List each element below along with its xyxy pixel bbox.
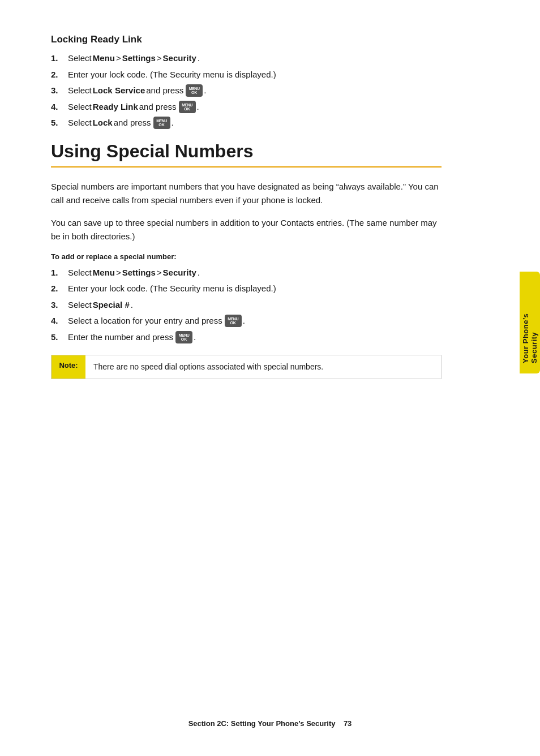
special-step-5: 5. Enter the number and press MENUOK. [51,331,442,344]
special-step-2: 2. Enter your lock code. (The Security m… [51,282,442,295]
step-text: Select Ready Link and press MENUOK. [68,101,442,114]
step-number: 3. [51,84,68,97]
note-label: Note: [52,355,85,379]
step-number: 4. [51,101,68,114]
locking-heading: Locking Ready Link [51,34,442,45]
step-text: Select Menu > Settings > Security. [68,52,442,65]
page-number: 73 [344,719,352,728]
locking-section: Locking Ready Link 1. Select Menu > Sett… [51,34,442,130]
step-text: Select Menu > Settings > Security. [68,267,442,280]
special-numbers-sub-heading: To add or replace a special number: [51,252,442,261]
menu-ok-icon: MENUOK [175,331,192,343]
step-number: 2. [51,282,68,295]
step-text: Select a location for your entry and pre… [68,315,442,328]
step-text: Enter the number and press MENUOK. [68,331,442,344]
locking-steps-list: 1. Select Menu > Settings > Security. 2.… [51,52,442,130]
footer-section-text: Section 2C: Setting Your Phone’s Securit… [188,719,336,728]
step-number: 3. [51,299,68,312]
locking-step-3: 3. Select Lock Service and press MENUOK. [51,84,442,97]
step-text: Enter your lock code. (The Security menu… [68,282,442,295]
locking-step-1: 1. Select Menu > Settings > Security. [51,52,442,65]
special-numbers-heading: Using Special Numbers [51,141,442,162]
section-divider [51,166,442,167]
special-step-4: 4. Select a location for your entry and … [51,315,442,328]
menu-ok-icon: MENUOK [225,315,242,327]
step-text: Enter your lock code. (The Security menu… [68,68,442,81]
step-text: Select Lock Service and press MENUOK. [68,84,442,97]
special-step-1: 1. Select Menu > Settings > Security. [51,267,442,280]
special-numbers-para1: Special numbers are important numbers th… [51,180,442,207]
step-number: 2. [51,68,68,81]
locking-step-4: 4. Select Ready Link and press MENUOK. [51,101,442,114]
menu-ok-icon: MENUOK [179,101,196,113]
menu-ok-icon: MENUOK [186,84,203,97]
locking-step-2: 2. Enter your lock code. (The Security m… [51,68,442,81]
side-tab: Your Phone’s Security [520,272,540,373]
step-text: Select Special #. [68,299,442,312]
step-number: 5. [51,117,68,130]
menu-ok-icon: MENUOK [153,117,170,129]
special-numbers-steps-list: 1. Select Menu > Settings > Security. 2.… [51,267,442,344]
step-number: 5. [51,331,68,344]
special-step-3: 3. Select Special #. [51,299,442,312]
special-numbers-section: Using Special Numbers Special numbers ar… [51,141,442,380]
footer: Section 2C: Setting Your Phone’s Securit… [0,719,540,728]
note-box: Note: There are no speed dial options as… [51,355,442,379]
note-text: There are no speed dial options associat… [85,355,331,379]
special-numbers-para2: You can save up to three special numbers… [51,216,442,243]
step-number: 4. [51,315,68,328]
locking-step-5: 5. Select Lock and press MENUOK. [51,117,442,130]
step-number: 1. [51,52,68,65]
step-number: 1. [51,267,68,280]
step-text: Select Lock and press MENUOK. [68,117,442,130]
